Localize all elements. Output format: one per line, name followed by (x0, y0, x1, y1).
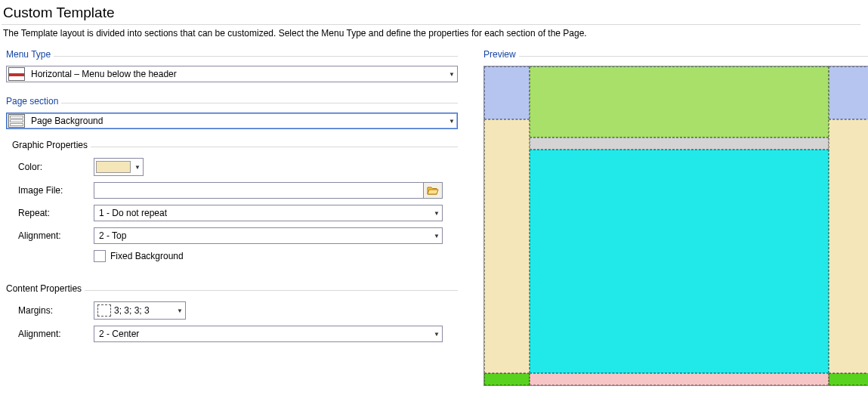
graphic-alignment-select[interactable]: 2 - Top ▼ (94, 227, 443, 244)
menu-type-icon (8, 67, 25, 81)
menu-type-group: Menu Type Horizontal – Menu below the he… (6, 49, 458, 82)
margins-input[interactable]: 3; 3; 3; 3 ▼ (94, 301, 186, 320)
chevron-down-icon: ▼ (431, 233, 442, 239)
chevron-down-icon: ▼ (431, 331, 442, 338)
preview-body (530, 150, 829, 373)
image-file-input[interactable] (94, 182, 423, 199)
preview-menu-bar (530, 137, 829, 150)
menu-type-select[interactable]: Horizontal – Menu below the header ▼ (6, 66, 458, 82)
page-section-icon (8, 114, 25, 128)
graphic-properties-legend: Graphic Properties (12, 140, 91, 150)
content-alignment-select[interactable]: 2 - Center ▼ (94, 326, 443, 342)
checkbox-icon (94, 250, 106, 262)
graphic-properties-group: Graphic Properties Color: ▼ Image File: (12, 140, 458, 262)
preview-legend: Preview (483, 49, 519, 60)
chevron-down-icon: ▼ (132, 164, 143, 171)
repeat-value: 1 - Do not repeat (94, 208, 431, 218)
intro-text: The Template layout is divided into sect… (3, 28, 860, 39)
page-section-group: Page section Page Background ▼ (6, 96, 458, 129)
page-title: Custom Template (3, 5, 860, 21)
image-file-label: Image File: (12, 185, 94, 196)
chevron-down-icon: ▼ (431, 210, 442, 217)
preview-footer-left (484, 373, 530, 385)
content-properties-group: Content Properties Margins: 3; 3; 3; 3 ▼… (6, 283, 458, 342)
browse-button[interactable] (423, 182, 443, 199)
menu-type-value: Horizontal – Menu below the header (29, 69, 446, 79)
margins-icon (97, 304, 111, 317)
preview-side-left (484, 119, 530, 373)
preview-footer-right (829, 373, 868, 385)
margins-value: 3; 3; 3; 3 (114, 305, 175, 316)
color-picker[interactable]: ▼ (94, 158, 144, 176)
content-alignment-value: 2 - Center (94, 329, 431, 339)
chevron-down-icon: ▼ (446, 118, 457, 125)
color-swatch (96, 161, 131, 173)
preview-side-left-top (484, 66, 530, 119)
content-properties-legend: Content Properties (6, 283, 85, 294)
preview-header (530, 66, 829, 137)
page-section-value: Page Background (29, 116, 446, 126)
fixed-background-label: Fixed Background (110, 251, 184, 261)
margins-label: Margins: (6, 305, 94, 316)
preview-group: Preview (483, 49, 868, 386)
fixed-background-checkbox[interactable]: Fixed Background (94, 250, 184, 262)
chevron-down-icon: ▼ (175, 307, 185, 314)
preview-pane (483, 66, 868, 386)
preview-footer-center (530, 373, 829, 385)
color-label: Color: (12, 162, 94, 172)
repeat-label: Repeat: (12, 208, 94, 218)
preview-side-right (829, 119, 868, 373)
repeat-select[interactable]: 1 - Do not repeat ▼ (94, 205, 443, 221)
page-section-select[interactable]: Page Background ▼ (6, 113, 458, 129)
chevron-down-icon: ▼ (446, 71, 457, 78)
menu-type-legend: Menu Type (6, 49, 54, 60)
page-section-legend: Page section (6, 96, 61, 107)
folder-open-icon (427, 185, 439, 196)
graphic-alignment-value: 2 - Top (94, 230, 431, 241)
preview-side-right-top (829, 66, 868, 119)
title-separator (2, 24, 860, 25)
alignment-label: Alignment: (12, 230, 94, 241)
content-alignment-label: Alignment: (6, 329, 94, 339)
